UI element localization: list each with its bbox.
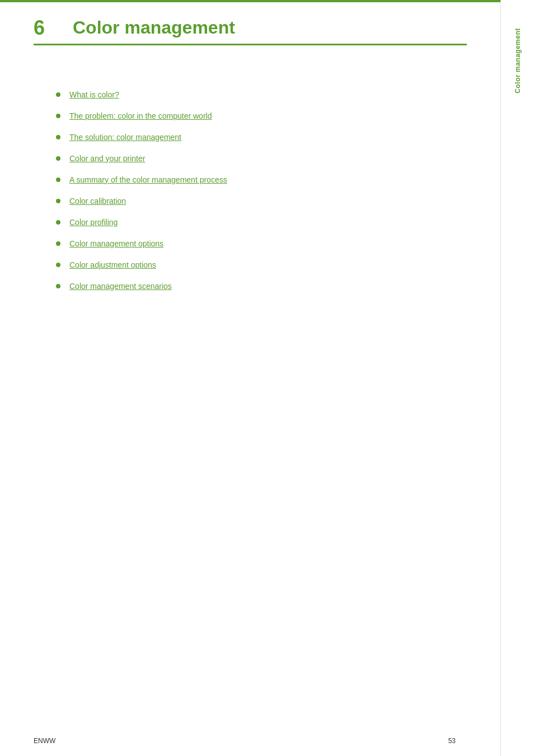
toc-link-solution-color[interactable]: The solution: color management [69, 133, 181, 142]
chapter-number: 6 [34, 17, 56, 39]
list-item: Color management options [56, 239, 467, 248]
list-item: The solution: color management [56, 133, 467, 142]
side-tab-text-wrapper: Color management [514, 28, 522, 94]
list-item: What is color? [56, 90, 467, 99]
bullet-icon [56, 156, 60, 161]
footer-page-number: 53 [448, 737, 456, 745]
bullet-icon [56, 220, 60, 225]
side-tab-label: Color management [514, 28, 522, 94]
bullet-icon [56, 199, 60, 203]
bullet-icon [56, 284, 60, 288]
bullet-icon [56, 241, 60, 246]
list-item: Color management scenarios [56, 282, 467, 291]
bullet-icon [56, 114, 60, 118]
bullet-icon [56, 92, 60, 97]
toc-link-profiling[interactable]: Color profiling [69, 218, 118, 227]
toc-list: What is color? The problem: color in the… [56, 90, 467, 291]
side-tab: Color management [500, 0, 534, 756]
toc-link-problem-color[interactable]: The problem: color in the computer world [69, 111, 212, 120]
chapter-header: 6 Color management [34, 17, 467, 45]
list-item: Color adjustment options [56, 260, 467, 269]
toc-link-adjustment-options[interactable]: Color adjustment options [69, 260, 156, 269]
toc-link-color-printer[interactable]: Color and your printer [69, 154, 145, 163]
list-item: A summary of the color management proces… [56, 175, 467, 184]
list-item: Color and your printer [56, 154, 467, 163]
list-item: Color calibration [56, 197, 467, 206]
main-content: 6 Color management What is color? The pr… [0, 0, 500, 756]
toc-link-what-is-color[interactable]: What is color? [69, 90, 119, 99]
toc-link-management-options[interactable]: Color management options [69, 239, 163, 248]
footer: ENWW 53 [34, 737, 456, 745]
bullet-icon [56, 135, 60, 139]
footer-left-label: ENWW [34, 737, 55, 745]
toc-link-calibration[interactable]: Color calibration [69, 197, 126, 206]
list-item: The problem: color in the computer world [56, 111, 467, 120]
page-container: Color management 6 Color management What… [0, 0, 534, 756]
bullet-icon [56, 178, 60, 182]
toc-link-scenarios[interactable]: Color management scenarios [69, 282, 172, 291]
bullet-icon [56, 263, 60, 267]
chapter-title: Color management [73, 17, 235, 38]
list-item: Color profiling [56, 218, 467, 227]
toc-link-summary[interactable]: A summary of the color management proces… [69, 175, 227, 184]
